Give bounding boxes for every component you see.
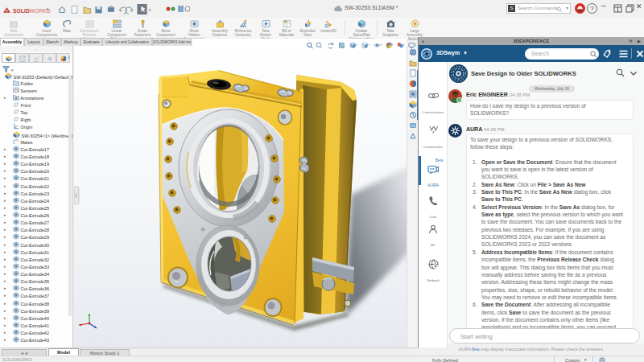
svg-text:▾: ▾ [149,7,151,11]
